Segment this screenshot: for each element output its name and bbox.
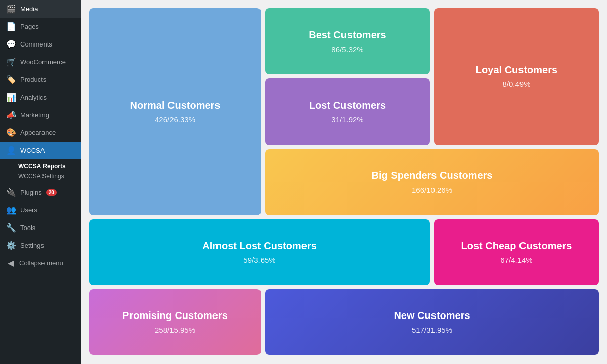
woocommerce-icon: 🛒 [6, 57, 16, 67]
sidebar-item-label: Tools [20, 224, 35, 232]
sidebar-item-settings[interactable]: ⚙️ Settings [0, 237, 81, 254]
sidebar-item-woocommerce[interactable]: 🛒 WooCommerce [0, 53, 81, 71]
tile-lost-title: Lost Customers [309, 100, 386, 111]
sidebar-item-label: Pages [20, 23, 39, 30]
tile-lostcheap-value: 67/4.14% [500, 256, 532, 264]
sidebar-item-label: Settings [20, 242, 44, 249]
sidebar-item-label: Media [20, 5, 38, 13]
sidebar-item-pages[interactable]: 📄 Pages [0, 18, 81, 35]
tile-best-customers[interactable]: Best Customers 86/5.32% [265, 8, 430, 74]
tile-bigspenders-value: 166/10.26% [412, 186, 452, 194]
tile-promising-customers[interactable]: Promising Customers 258/15.95% [89, 289, 261, 355]
tile-loyal-title: Loyal Customers [475, 64, 557, 76]
tools-icon: 🔧 [6, 223, 16, 233]
sidebar-item-label: Plugins [20, 189, 42, 196]
wccsa-icon: 👤 [6, 146, 16, 155]
tile-best-value: 86/5.32% [331, 45, 363, 54]
main-content: Normal Customers 426/26.33% Best Custome… [81, 0, 607, 364]
analytics-icon: 📊 [6, 93, 16, 102]
sidebar-item-appearance[interactable]: 🎨 Appearance [0, 124, 81, 142]
tile-almostlost-customers[interactable]: Almost Lost Customers 59/3.65% [89, 219, 430, 285]
media-icon: 🎬 [6, 4, 16, 14]
tile-lostcheap-title: Lost Cheap Customers [461, 240, 572, 252]
sidebar-item-label: Analytics [20, 94, 47, 101]
marketing-icon: 📣 [6, 110, 16, 120]
comments-icon: 💬 [6, 39, 16, 49]
collapse-icon: ◀ [6, 258, 15, 268]
sidebar-item-tools[interactable]: 🔧 Tools [0, 219, 81, 237]
sidebar-item-collapse[interactable]: ◀ Collapse menu [0, 254, 81, 272]
sidebar-item-label: Users [20, 206, 37, 214]
tile-normal-customers[interactable]: Normal Customers 426/26.33% [89, 8, 261, 215]
sidebar-item-label: WooCommerce [20, 58, 66, 66]
sidebar-item-label: Collapse menu [19, 259, 63, 267]
sidebar-item-label: Marketing [20, 111, 49, 119]
sidebar: 🎬 Media 📄 Pages 💬 Comments 🛒 WooCommerce… [0, 0, 81, 364]
sidebar-item-wccsa-settings[interactable]: WCCSA Settings [18, 171, 81, 181]
sidebar-item-wccsa[interactable]: 👤 WCCSA [0, 142, 81, 159]
sidebar-item-label: Appearance [20, 129, 56, 136]
tile-lost-value: 31/1.92% [331, 115, 363, 124]
dashboard-grid: Normal Customers 426/26.33% Best Custome… [89, 8, 599, 355]
sidebar-item-plugins[interactable]: 🔌 Plugins 20 [0, 184, 81, 201]
tile-lost-customers[interactable]: Lost Customers 31/1.92% [265, 78, 430, 145]
settings-icon: ⚙️ [6, 241, 16, 250]
tile-bigspenders-title: Big Spenders Customers [372, 170, 493, 181]
sidebar-item-comments[interactable]: 💬 Comments [0, 35, 81, 53]
tile-normal-title: Normal Customers [130, 100, 221, 111]
tile-new-customers[interactable]: New Customers 517/31.95% [265, 289, 599, 355]
sidebar-item-label: WCCSA [20, 147, 45, 154]
tile-lostcheap-customers[interactable]: Lost Cheap Customers 67/4.14% [434, 219, 599, 285]
appearance-icon: 🎨 [6, 128, 16, 138]
pages-icon: 📄 [6, 22, 16, 31]
tile-new-title: New Customers [394, 310, 470, 322]
sidebar-item-products[interactable]: 🏷️ Products [0, 71, 81, 88]
wccsa-submenu: WCCSA Reports WCCSA Settings [0, 159, 81, 184]
products-icon: 🏷️ [6, 75, 16, 84]
tile-loyal-customers[interactable]: Loyal Customers 8/0.49% [434, 8, 599, 145]
tile-normal-value: 426/26.33% [155, 115, 195, 124]
sidebar-item-media[interactable]: 🎬 Media [0, 0, 81, 18]
sidebar-item-label: Products [20, 76, 46, 83]
tile-almostlost-title: Almost Lost Customers [202, 240, 317, 252]
tile-promising-value: 258/15.95% [155, 326, 195, 334]
sidebar-item-marketing[interactable]: 📣 Marketing [0, 106, 81, 124]
tile-promising-title: Promising Customers [122, 310, 228, 322]
sidebar-item-analytics[interactable]: 📊 Analytics [0, 88, 81, 106]
users-icon: 👥 [6, 205, 16, 215]
sidebar-item-users[interactable]: 👥 Users [0, 201, 81, 219]
tile-bigspenders-customers[interactable]: Big Spenders Customers 166/10.26% [265, 149, 599, 215]
tile-best-title: Best Customers [309, 29, 386, 41]
tile-almostlost-value: 59/3.65% [243, 256, 275, 264]
plugins-icon: 🔌 [6, 188, 16, 197]
sidebar-item-label: Comments [20, 40, 52, 48]
tile-loyal-value: 8/0.49% [502, 80, 530, 88]
sidebar-item-wccsa-reports[interactable]: WCCSA Reports [18, 161, 81, 171]
plugins-badge: 20 [46, 189, 57, 196]
tile-new-value: 517/31.95% [412, 326, 452, 334]
